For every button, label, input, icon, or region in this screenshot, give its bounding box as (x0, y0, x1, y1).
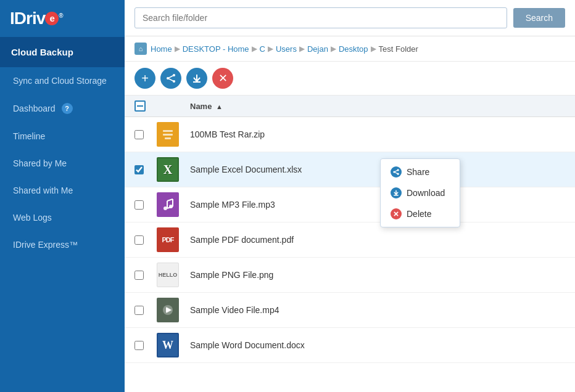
checkbox-3[interactable] (134, 200, 144, 210)
file-list: Name ▲ 100MB Test Rar.zip (125, 96, 575, 392)
checkbox-2[interactable] (134, 165, 144, 174)
svg-line-3 (168, 75, 174, 78)
checkbox-6[interactable] (134, 306, 144, 315)
video-icon (157, 298, 179, 322)
sidebar-item-shared-by-me-label: Shared by Me (13, 158, 67, 168)
file-icon-2: X (157, 157, 190, 182)
breadcrumb-test-folder: Test Folder (379, 44, 418, 54)
sidebar-item-idrive-express[interactable]: IDrive Express™ (0, 231, 125, 258)
search-button[interactable]: Search (513, 8, 565, 28)
partial-select-checkbox[interactable] (134, 100, 146, 112)
sidebar-item-cloud-backup[interactable]: Cloud Backup (0, 37, 125, 67)
sidebar-item-dashboard[interactable]: Dashboard ? (0, 94, 125, 123)
download-context-icon (391, 187, 402, 198)
svg-line-10 (394, 170, 398, 172)
sidebar-item-sync[interactable]: Sync and Cloud Storage (0, 67, 125, 94)
share-icon (166, 73, 176, 83)
sidebar-item-idrive-express-label: IDrive Express™ (13, 240, 78, 250)
svg-line-18 (167, 206, 173, 208)
sidebar-item-timeline[interactable]: Timeline (0, 123, 125, 150)
home-icon[interactable]: ⌂ (134, 43, 147, 55)
share-context-icon (391, 166, 402, 178)
sidebar-item-shared-with-me[interactable]: Shared with Me (0, 177, 125, 204)
breadcrumb-sep-5: ▶ (331, 44, 336, 53)
delete-context-icon (391, 208, 402, 219)
file-name-5: Sample PNG File.png (190, 270, 565, 280)
file-row[interactable]: PDF Sample PDF document.pdf (125, 223, 575, 258)
pdf-icon: PDF (157, 227, 179, 252)
search-input[interactable] (134, 7, 507, 28)
context-menu: Share Download (380, 158, 460, 227)
main-content: Search ⌂ Home ▶ DESKTOP - Home ▶ C ▶ Use… (125, 0, 575, 392)
download-icon (192, 73, 202, 83)
breadcrumb-c[interactable]: C (260, 44, 265, 54)
breadcrumb-sep-1: ▶ (175, 44, 180, 53)
cancel-button[interactable]: ✕ (212, 68, 233, 89)
help-icon[interactable]: ? (62, 103, 73, 114)
sidebar-item-sync-label: Sync and Cloud Storage (13, 76, 107, 86)
name-column-header[interactable]: Name ▲ (190, 102, 565, 111)
breadcrumb-users[interactable]: Users (276, 44, 297, 54)
file-checkbox-2[interactable] (134, 165, 157, 174)
file-row[interactable]: W Sample Word Document.docx (125, 328, 575, 363)
breadcrumb-sep-6: ▶ (371, 44, 376, 53)
checkbox-7[interactable] (134, 341, 144, 350)
file-row[interactable]: Sample Video File.mp4 (125, 293, 575, 328)
logo-trademark: ® (59, 12, 62, 19)
file-icon-1 (157, 122, 190, 147)
excel-icon: X (157, 157, 179, 182)
top-bar: Search (125, 0, 575, 36)
checkbox-4[interactable] (134, 235, 144, 245)
file-name-2: Sample Excel Document.xlsx (190, 165, 565, 174)
logo: IDrive® (10, 9, 63, 28)
context-menu-share[interactable]: Share (381, 161, 460, 182)
file-checkbox-7[interactable] (134, 341, 157, 350)
checkbox-5[interactable] (134, 271, 144, 280)
sort-arrow: ▲ (216, 103, 223, 110)
file-icon-5: HELLO (157, 263, 190, 287)
svg-line-11 (394, 172, 398, 174)
file-name-1: 100MB Test Rar.zip (190, 129, 565, 139)
breadcrumb-home[interactable]: Home (151, 44, 172, 54)
sidebar-nav: Cloud Backup Sync and Cloud Storage Dash… (0, 37, 125, 392)
svg-line-4 (168, 78, 174, 81)
sidebar-item-shared-with-me-label: Shared with Me (13, 186, 73, 195)
file-row[interactable]: 100MB Test Rar.zip (125, 117, 575, 152)
sidebar-item-web-logs-label: Web Logs (13, 213, 52, 223)
add-button[interactable]: + (134, 68, 155, 89)
breadcrumb-dejan[interactable]: Dejan (307, 44, 328, 54)
png-icon: HELLO (157, 263, 179, 287)
sidebar-item-dashboard-label: Dashboard (13, 104, 56, 113)
file-icon-6 (157, 298, 190, 322)
sidebar-item-shared-by-me[interactable]: Shared by Me (0, 150, 125, 177)
file-checkbox-3[interactable] (134, 200, 157, 210)
header-checkbox-area[interactable] (134, 100, 157, 112)
share-button[interactable] (160, 68, 181, 89)
sidebar-item-timeline-label: Timeline (13, 131, 45, 141)
download-button[interactable] (186, 68, 207, 89)
file-name-4: Sample PDF document.pdf (190, 235, 565, 245)
file-checkbox-1[interactable] (134, 130, 157, 139)
file-icon-7: W (157, 333, 190, 357)
breadcrumb-desktop[interactable]: Desktop (339, 44, 368, 54)
sidebar-item-web-logs[interactable]: Web Logs (0, 204, 125, 231)
context-menu-delete-label: Delete (407, 209, 431, 219)
logo-area: IDrive® (0, 0, 125, 37)
file-row[interactable]: Sample MP3 File.mp3 (125, 187, 575, 223)
context-menu-share-label: Share (407, 167, 429, 177)
sidebar: IDrive® Cloud Backup Sync and Cloud Stor… (0, 0, 125, 392)
logo-e: e (45, 12, 59, 25)
file-checkbox-5[interactable] (134, 271, 157, 280)
file-row[interactable]: X Sample Excel Document.xlsx (125, 152, 575, 187)
context-menu-download[interactable]: Download (381, 182, 460, 203)
checkbox-1[interactable] (134, 130, 144, 139)
file-checkbox-6[interactable] (134, 306, 157, 315)
breadcrumb-sep-3: ▶ (268, 44, 273, 53)
breadcrumb-sep-4: ▶ (299, 44, 305, 53)
file-checkbox-4[interactable] (134, 235, 157, 245)
context-menu-delete[interactable]: Delete (381, 203, 460, 224)
breadcrumb: ⌂ Home ▶ DESKTOP - Home ▶ C ▶ Users ▶ De… (125, 36, 575, 62)
word-icon: W (157, 333, 179, 357)
breadcrumb-desktop-home[interactable]: DESKTOP - Home (183, 44, 249, 54)
file-row[interactable]: HELLO Sample PNG File.png (125, 258, 575, 293)
